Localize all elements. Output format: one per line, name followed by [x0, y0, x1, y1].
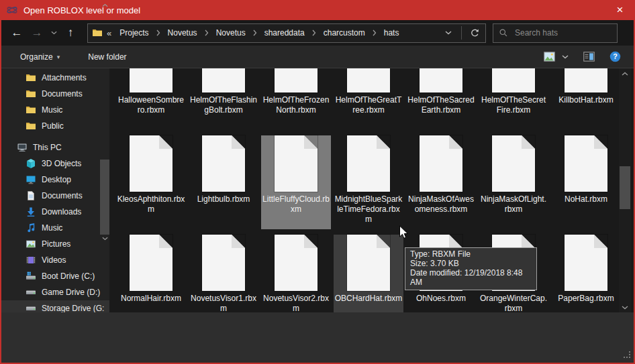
- file-icon: [492, 135, 535, 192]
- sidebar-item-storage-drive-g[interactable]: Storage Drive (G:: [1, 300, 109, 312]
- file-item-killbothat-rbxm[interactable]: KillbotHat.rbxm: [551, 68, 618, 130]
- breadcrumb-chevron-icon[interactable]: [203, 29, 211, 36]
- file-icon: [420, 68, 462, 93]
- file-item-obchardhat-rbxm[interactable]: OBCHardHat.rbxm: [334, 235, 403, 312]
- drive-icon: [26, 287, 36, 298]
- file-icon: [202, 135, 245, 192]
- file-item-normalhair-rbxm[interactable]: NormalHair.rbxm: [116, 235, 186, 312]
- sidebar-item-this-pc[interactable]: This PC: [1, 139, 109, 156]
- breadcrumb-item-projects[interactable]: Projects: [115, 26, 152, 40]
- file-icon: [275, 68, 318, 93]
- sidebar-item-boot-drive-c[interactable]: Boot Drive (C:): [1, 268, 109, 284]
- file-name-label: HalloweenSombrero.rbxm: [117, 95, 185, 115]
- file-item-lightbulb-rbxm[interactable]: Lightbulb.rbxm: [189, 135, 258, 229]
- tooltip-type: Type: RBXM File: [410, 249, 532, 259]
- views-button[interactable]: [540, 49, 558, 64]
- sidebar-item-documents[interactable]: Documents: [1, 86, 109, 102]
- file-name-label: NovetusVisor2.rbxm: [262, 294, 330, 312]
- file-list: HalloweenSombrero.rbxmHelmOfTheFlashingB…: [109, 68, 618, 312]
- breadcrumb-item-hats[interactable]: hats: [380, 26, 403, 40]
- search-icon: [499, 28, 508, 38]
- sidebar-item-label: 3D Objects: [42, 159, 81, 168]
- file-list-scrollbar[interactable]: [619, 68, 631, 312]
- organize-menu[interactable]: Organize ▾: [15, 49, 65, 65]
- file-item-ninjamaskofawesomeness-rbxm[interactable]: NinjaMaskOfAwesomeness.rbxm: [406, 135, 476, 229]
- sidebar-scroll-up-icon[interactable]: [100, 1, 109, 9]
- file-item-halloweensombrero-rbxm[interactable]: HalloweenSombrero.rbxm: [116, 68, 186, 130]
- recent-locations-chevron-icon[interactable]: [48, 24, 59, 42]
- file-icon: [275, 135, 318, 192]
- sidebar-item-desktop[interactable]: Desktop: [1, 172, 109, 188]
- file-icon: [130, 135, 173, 192]
- address-dropdown-chevron-icon[interactable]: [440, 25, 456, 41]
- file-item-paperbag-rbxm[interactable]: PaperBag.rbxm: [551, 235, 618, 312]
- scroll-down-icon[interactable]: [619, 302, 631, 312]
- address-bar[interactable]: « ProjectsNovetusNovetusshareddatacharcu…: [87, 23, 486, 43]
- views-chevron-icon[interactable]: [558, 52, 572, 62]
- sidebar-item-documents[interactable]: Documents: [1, 188, 109, 204]
- breadcrumb-item-charcustom[interactable]: charcustom: [320, 26, 369, 40]
- file-name-label: NinjaMaskOfLight.rbxm: [479, 194, 548, 215]
- file-item-helmofthesecretfire-rbxm[interactable]: HelmOfTheSecretFire.rbxm: [479, 68, 548, 130]
- file-name-label: KillbotHat.rbxm: [552, 95, 618, 105]
- preview-pane-button[interactable]: [580, 49, 598, 64]
- file-tooltip: Type: RBXM File Size: 3.70 KB Date modif…: [405, 247, 537, 290]
- search-box[interactable]: [493, 23, 618, 43]
- mouse-cursor: [399, 225, 409, 243]
- sidebar-item-attachments[interactable]: Attachments: [1, 70, 109, 86]
- resize-grip[interactable]: [624, 351, 631, 361]
- breadcrumb-chevron-icon[interactable]: [251, 29, 259, 36]
- sidebar-item-downloads[interactable]: Downloads: [1, 204, 109, 220]
- sidebar-item-label: Music: [42, 223, 62, 233]
- breadcrumb-item-novetus[interactable]: Novetus: [212, 26, 250, 40]
- sidebar-item-music[interactable]: Music: [1, 220, 109, 236]
- close-button[interactable]: ×: [605, 0, 635, 20]
- sidebar-item-label: This PC: [33, 143, 62, 152]
- command-toolbar: Organize ▾ New folder ?: [1, 46, 634, 68]
- file-item-kleosaphthiton-rbxm[interactable]: KleosAphthiton.rbxm: [116, 135, 186, 229]
- sidebar-item-music[interactable]: Music: [1, 102, 109, 118]
- file-item-novetusvisor2-rbxm[interactable]: NovetusVisor2.rbxm: [261, 235, 331, 312]
- file-name-label: HelmOfTheFrozenNorth.rbxm: [262, 95, 330, 115]
- sidebar-item-public[interactable]: Public: [1, 118, 109, 134]
- scroll-up-icon[interactable]: [619, 68, 631, 78]
- sidebar-item-3d-objects[interactable]: 3D Objects: [1, 156, 109, 172]
- search-input[interactable]: [514, 27, 612, 38]
- scrollbar-thumb[interactable]: [620, 166, 630, 209]
- sidebar-scrollbar-thumb[interactable]: [100, 160, 109, 235]
- up-button[interactable]: ↑: [62, 24, 79, 42]
- file-item-littlefluffycloud-rbxm[interactable]: LittleFluffyCloud.rbxm: [261, 135, 331, 229]
- file-item-helmofthefrozennorth-rbxm[interactable]: HelmOfTheFrozenNorth.rbxm: [261, 68, 331, 130]
- organize-label: Organize: [20, 52, 53, 62]
- back-button[interactable]: ←: [8, 24, 26, 42]
- file-icon: [492, 68, 535, 93]
- breadcrumb-chevron-icon[interactable]: [154, 29, 162, 36]
- sidebar-scrollbar[interactable]: [100, 1, 109, 243]
- file-name-label: OrangeWinterCap.rbxm: [479, 294, 548, 312]
- folder-icon: [26, 88, 36, 99]
- sidebar-item-pictures[interactable]: Pictures: [1, 236, 109, 252]
- downloads-icon: [26, 206, 36, 217]
- file-item-helmofthegreattree-rbxm[interactable]: HelmOfTheGreatTree.rbxm: [334, 68, 403, 130]
- file-item-novetusvisor1-rbxm[interactable]: NovetusVisor1.rbxm: [189, 235, 258, 312]
- file-name-label: NoHat.rbxm: [552, 194, 618, 204]
- folder-icon: [26, 121, 36, 131]
- refresh-icon[interactable]: [467, 25, 483, 41]
- sidebar-item-videos[interactable]: Videos: [1, 252, 109, 268]
- breadcrumb-item-novetus[interactable]: Novetus: [164, 26, 201, 40]
- breadcrumb-item-shareddata[interactable]: shareddata: [260, 26, 309, 40]
- file-item-helmofthesacredearth-rbxm[interactable]: HelmOfTheSacredEarth.rbxm: [406, 68, 476, 130]
- file-item-midnightbluesparkletimefedora-rbxm[interactable]: MidnightBlueSparkleTimeFedora.rbxm: [334, 135, 403, 229]
- file-icon: [347, 135, 390, 192]
- file-item-helmoftheflashingbolt-rbxm[interactable]: HelmOfTheFlashingBolt.rbxm: [189, 68, 258, 130]
- help-button[interactable]: ?: [606, 48, 624, 65]
- breadcrumb-chevron-icon[interactable]: [310, 29, 318, 36]
- file-item-nohat-rbxm[interactable]: NoHat.rbxm: [551, 135, 618, 229]
- music-icon: [26, 223, 36, 233]
- sidebar-scroll-down-icon[interactable]: [100, 235, 109, 243]
- file-item-ninjamaskoflight-rbxm[interactable]: NinjaMaskOfLight.rbxm: [479, 135, 548, 229]
- breadcrumb-chevron-icon[interactable]: [371, 29, 379, 36]
- this-pc-icon: [17, 142, 28, 153]
- sidebar-item-game-drive-d[interactable]: Game Drive (D:): [1, 284, 109, 300]
- sidebar-item-label: Pictures: [42, 239, 70, 249]
